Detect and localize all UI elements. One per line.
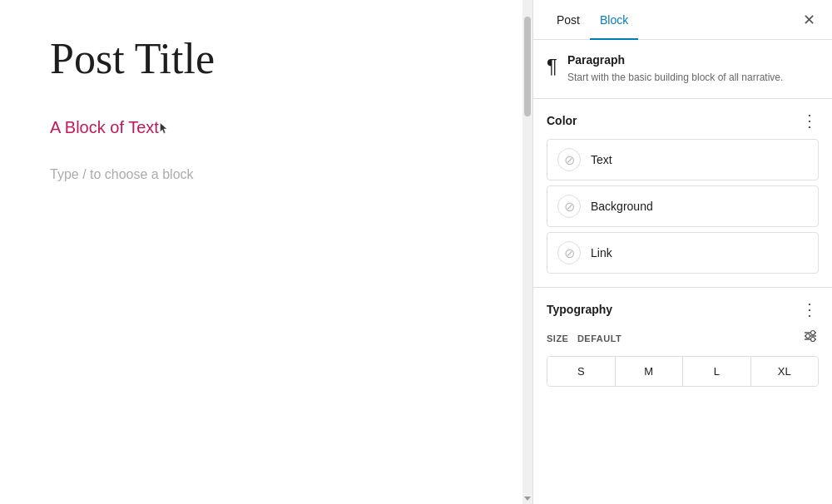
color-option-link[interactable]: ⊘ Link — [547, 232, 819, 274]
post-title[interactable]: Post Title — [50, 33, 473, 85]
color-section-header: Color ⋮ — [547, 112, 819, 129]
color-label-link: Link — [591, 246, 612, 259]
typography-section-title: Typography — [547, 303, 612, 316]
size-value: DEFAULT — [577, 334, 622, 343]
right-panel: Post Block ✕ ¶ Paragraph Start with the … — [532, 0, 832, 504]
block-text[interactable]: A Block of Text — [50, 118, 159, 137]
close-button[interactable]: ✕ — [800, 9, 819, 31]
color-swatch-text: ⊘ — [557, 148, 581, 171]
typography-section-header: Typography ⋮ — [547, 301, 819, 318]
block-info: ¶ Paragraph Start with the basic buildin… — [533, 40, 832, 99]
typography-section: Typography ⋮ SIZE DEFAULT S M — [533, 288, 832, 400]
paragraph-icon: ¶ — [547, 55, 557, 78]
svg-point-3 — [811, 331, 815, 335]
size-adjust-icon[interactable] — [802, 328, 819, 348]
color-swatch-link: ⊘ — [557, 241, 581, 264]
block-info-title: Paragraph — [567, 53, 783, 67]
color-option-background[interactable]: ⊘ Background — [547, 185, 819, 227]
svg-point-5 — [811, 338, 815, 342]
tab-post[interactable]: Post — [547, 0, 590, 40]
block-info-description: Start with the basic building block of a… — [567, 70, 783, 85]
color-more-button[interactable]: ⋮ — [801, 112, 819, 129]
color-swatch-background: ⊘ — [557, 195, 581, 218]
size-buttons: S M L XL — [547, 356, 819, 387]
tab-block[interactable]: Block — [590, 0, 638, 40]
scrollbar-thumb[interactable] — [524, 17, 531, 116]
editor-placeholder[interactable]: Type / to choose a block — [50, 167, 473, 182]
color-section: Color ⋮ ⊘ Text ⊘ Background ⊘ Link — [533, 99, 832, 288]
svg-point-4 — [806, 334, 810, 338]
panel-header: Post Block ✕ — [533, 0, 832, 40]
size-btn-m[interactable]: M — [616, 357, 684, 386]
size-label: SIZE — [547, 334, 568, 343]
color-section-title: Color — [547, 114, 577, 127]
cursor-icon — [158, 121, 170, 136]
typography-more-button[interactable]: ⋮ — [801, 301, 819, 318]
block-cursor-area: A Block of Text — [50, 118, 159, 151]
editor-area: Post Title A Block of Text Type / to cho… — [0, 0, 522, 504]
color-label-text: Text — [591, 153, 612, 166]
scrollbar-track[interactable] — [522, 0, 532, 504]
size-row: SIZE DEFAULT — [547, 328, 819, 348]
size-btn-s[interactable]: S — [547, 357, 616, 386]
scrollbar-arrow-down[interactable] — [524, 497, 531, 501]
size-btn-l[interactable]: L — [683, 357, 751, 386]
size-btn-xl[interactable]: XL — [751, 357, 819, 386]
block-info-text: Paragraph Start with the basic building … — [567, 53, 783, 85]
color-option-text[interactable]: ⊘ Text — [547, 139, 819, 180]
size-row-labels: SIZE DEFAULT — [547, 330, 622, 345]
color-label-background: Background — [591, 200, 653, 213]
